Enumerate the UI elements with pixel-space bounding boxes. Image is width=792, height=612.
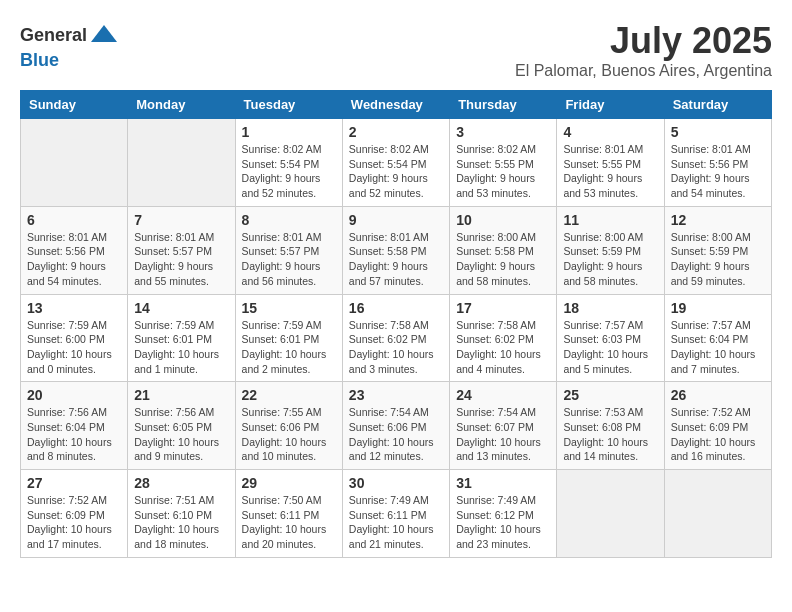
day-detail: Sunrise: 8:02 AMSunset: 5:55 PMDaylight:… bbox=[456, 142, 550, 201]
day-number: 16 bbox=[349, 300, 443, 316]
calendar-header-row: SundayMondayTuesdayWednesdayThursdayFrid… bbox=[21, 91, 772, 119]
calendar-cell: 18Sunrise: 7:57 AMSunset: 6:03 PMDayligh… bbox=[557, 294, 664, 382]
calendar-cell: 6Sunrise: 8:01 AMSunset: 5:56 PMDaylight… bbox=[21, 206, 128, 294]
calendar-cell: 20Sunrise: 7:56 AMSunset: 6:04 PMDayligh… bbox=[21, 382, 128, 470]
day-header-tuesday: Tuesday bbox=[235, 91, 342, 119]
calendar-cell: 30Sunrise: 7:49 AMSunset: 6:11 PMDayligh… bbox=[342, 470, 449, 558]
calendar-cell: 1Sunrise: 8:02 AMSunset: 5:54 PMDaylight… bbox=[235, 119, 342, 207]
calendar-cell: 31Sunrise: 7:49 AMSunset: 6:12 PMDayligh… bbox=[450, 470, 557, 558]
day-number: 20 bbox=[27, 387, 121, 403]
day-header-sunday: Sunday bbox=[21, 91, 128, 119]
day-number: 13 bbox=[27, 300, 121, 316]
day-detail: Sunrise: 7:49 AMSunset: 6:12 PMDaylight:… bbox=[456, 493, 550, 552]
day-detail: Sunrise: 7:54 AMSunset: 6:06 PMDaylight:… bbox=[349, 405, 443, 464]
day-detail: Sunrise: 7:59 AMSunset: 6:01 PMDaylight:… bbox=[242, 318, 336, 377]
calendar-cell: 17Sunrise: 7:58 AMSunset: 6:02 PMDayligh… bbox=[450, 294, 557, 382]
day-number: 19 bbox=[671, 300, 765, 316]
logo-icon bbox=[89, 20, 119, 50]
logo-general-text: General bbox=[20, 25, 87, 46]
calendar-cell: 11Sunrise: 8:00 AMSunset: 5:59 PMDayligh… bbox=[557, 206, 664, 294]
calendar-cell: 13Sunrise: 7:59 AMSunset: 6:00 PMDayligh… bbox=[21, 294, 128, 382]
day-number: 25 bbox=[563, 387, 657, 403]
calendar-week-4: 20Sunrise: 7:56 AMSunset: 6:04 PMDayligh… bbox=[21, 382, 772, 470]
calendar-cell bbox=[128, 119, 235, 207]
day-number: 6 bbox=[27, 212, 121, 228]
day-detail: Sunrise: 8:01 AMSunset: 5:55 PMDaylight:… bbox=[563, 142, 657, 201]
day-number: 3 bbox=[456, 124, 550, 140]
calendar-cell bbox=[21, 119, 128, 207]
calendar-cell: 24Sunrise: 7:54 AMSunset: 6:07 PMDayligh… bbox=[450, 382, 557, 470]
day-number: 10 bbox=[456, 212, 550, 228]
calendar-cell: 25Sunrise: 7:53 AMSunset: 6:08 PMDayligh… bbox=[557, 382, 664, 470]
day-number: 29 bbox=[242, 475, 336, 491]
day-number: 24 bbox=[456, 387, 550, 403]
calendar-week-5: 27Sunrise: 7:52 AMSunset: 6:09 PMDayligh… bbox=[21, 470, 772, 558]
day-detail: Sunrise: 7:57 AMSunset: 6:03 PMDaylight:… bbox=[563, 318, 657, 377]
day-number: 7 bbox=[134, 212, 228, 228]
calendar-cell: 4Sunrise: 8:01 AMSunset: 5:55 PMDaylight… bbox=[557, 119, 664, 207]
day-number: 4 bbox=[563, 124, 657, 140]
day-number: 11 bbox=[563, 212, 657, 228]
day-number: 2 bbox=[349, 124, 443, 140]
day-detail: Sunrise: 8:02 AMSunset: 5:54 PMDaylight:… bbox=[349, 142, 443, 201]
day-number: 15 bbox=[242, 300, 336, 316]
day-number: 18 bbox=[563, 300, 657, 316]
day-detail: Sunrise: 8:01 AMSunset: 5:58 PMDaylight:… bbox=[349, 230, 443, 289]
logo-blue-text: Blue bbox=[20, 50, 59, 70]
day-detail: Sunrise: 7:56 AMSunset: 6:04 PMDaylight:… bbox=[27, 405, 121, 464]
day-number: 27 bbox=[27, 475, 121, 491]
day-detail: Sunrise: 7:56 AMSunset: 6:05 PMDaylight:… bbox=[134, 405, 228, 464]
day-number: 28 bbox=[134, 475, 228, 491]
calendar-cell: 27Sunrise: 7:52 AMSunset: 6:09 PMDayligh… bbox=[21, 470, 128, 558]
day-detail: Sunrise: 8:00 AMSunset: 5:58 PMDaylight:… bbox=[456, 230, 550, 289]
calendar-cell: 7Sunrise: 8:01 AMSunset: 5:57 PMDaylight… bbox=[128, 206, 235, 294]
calendar-cell: 23Sunrise: 7:54 AMSunset: 6:06 PMDayligh… bbox=[342, 382, 449, 470]
calendar-cell: 9Sunrise: 8:01 AMSunset: 5:58 PMDaylight… bbox=[342, 206, 449, 294]
day-detail: Sunrise: 7:58 AMSunset: 6:02 PMDaylight:… bbox=[456, 318, 550, 377]
calendar-cell bbox=[664, 470, 771, 558]
calendar-cell: 16Sunrise: 7:58 AMSunset: 6:02 PMDayligh… bbox=[342, 294, 449, 382]
day-detail: Sunrise: 8:01 AMSunset: 5:57 PMDaylight:… bbox=[242, 230, 336, 289]
calendar-table: SundayMondayTuesdayWednesdayThursdayFrid… bbox=[20, 90, 772, 558]
day-detail: Sunrise: 7:53 AMSunset: 6:08 PMDaylight:… bbox=[563, 405, 657, 464]
day-number: 17 bbox=[456, 300, 550, 316]
day-detail: Sunrise: 7:49 AMSunset: 6:11 PMDaylight:… bbox=[349, 493, 443, 552]
calendar-week-2: 6Sunrise: 8:01 AMSunset: 5:56 PMDaylight… bbox=[21, 206, 772, 294]
day-detail: Sunrise: 8:02 AMSunset: 5:54 PMDaylight:… bbox=[242, 142, 336, 201]
day-header-monday: Monday bbox=[128, 91, 235, 119]
day-detail: Sunrise: 8:01 AMSunset: 5:56 PMDaylight:… bbox=[671, 142, 765, 201]
day-header-thursday: Thursday bbox=[450, 91, 557, 119]
day-number: 14 bbox=[134, 300, 228, 316]
calendar-cell: 26Sunrise: 7:52 AMSunset: 6:09 PMDayligh… bbox=[664, 382, 771, 470]
day-detail: Sunrise: 7:51 AMSunset: 6:10 PMDaylight:… bbox=[134, 493, 228, 552]
day-detail: Sunrise: 7:58 AMSunset: 6:02 PMDaylight:… bbox=[349, 318, 443, 377]
calendar-cell: 10Sunrise: 8:00 AMSunset: 5:58 PMDayligh… bbox=[450, 206, 557, 294]
day-header-saturday: Saturday bbox=[664, 91, 771, 119]
calendar-week-3: 13Sunrise: 7:59 AMSunset: 6:00 PMDayligh… bbox=[21, 294, 772, 382]
calendar-cell: 15Sunrise: 7:59 AMSunset: 6:01 PMDayligh… bbox=[235, 294, 342, 382]
day-header-friday: Friday bbox=[557, 91, 664, 119]
day-number: 21 bbox=[134, 387, 228, 403]
calendar-week-1: 1Sunrise: 8:02 AMSunset: 5:54 PMDaylight… bbox=[21, 119, 772, 207]
svg-marker-0 bbox=[91, 25, 117, 42]
calendar-cell: 29Sunrise: 7:50 AMSunset: 6:11 PMDayligh… bbox=[235, 470, 342, 558]
day-number: 5 bbox=[671, 124, 765, 140]
calendar-cell: 8Sunrise: 8:01 AMSunset: 5:57 PMDaylight… bbox=[235, 206, 342, 294]
logo: General Blue bbox=[20, 20, 119, 71]
day-detail: Sunrise: 7:59 AMSunset: 6:01 PMDaylight:… bbox=[134, 318, 228, 377]
calendar-cell: 2Sunrise: 8:02 AMSunset: 5:54 PMDaylight… bbox=[342, 119, 449, 207]
calendar-cell: 12Sunrise: 8:00 AMSunset: 5:59 PMDayligh… bbox=[664, 206, 771, 294]
day-number: 8 bbox=[242, 212, 336, 228]
day-detail: Sunrise: 7:50 AMSunset: 6:11 PMDaylight:… bbox=[242, 493, 336, 552]
day-detail: Sunrise: 8:00 AMSunset: 5:59 PMDaylight:… bbox=[671, 230, 765, 289]
day-detail: Sunrise: 7:57 AMSunset: 6:04 PMDaylight:… bbox=[671, 318, 765, 377]
day-detail: Sunrise: 7:59 AMSunset: 6:00 PMDaylight:… bbox=[27, 318, 121, 377]
calendar-cell: 21Sunrise: 7:56 AMSunset: 6:05 PMDayligh… bbox=[128, 382, 235, 470]
day-detail: Sunrise: 7:54 AMSunset: 6:07 PMDaylight:… bbox=[456, 405, 550, 464]
title-block: July 2025 El Palomar, Buenos Aires, Arge… bbox=[515, 20, 772, 80]
calendar-cell bbox=[557, 470, 664, 558]
day-detail: Sunrise: 7:52 AMSunset: 6:09 PMDaylight:… bbox=[27, 493, 121, 552]
location-subtitle: El Palomar, Buenos Aires, Argentina bbox=[515, 62, 772, 80]
day-number: 22 bbox=[242, 387, 336, 403]
calendar-cell: 3Sunrise: 8:02 AMSunset: 5:55 PMDaylight… bbox=[450, 119, 557, 207]
